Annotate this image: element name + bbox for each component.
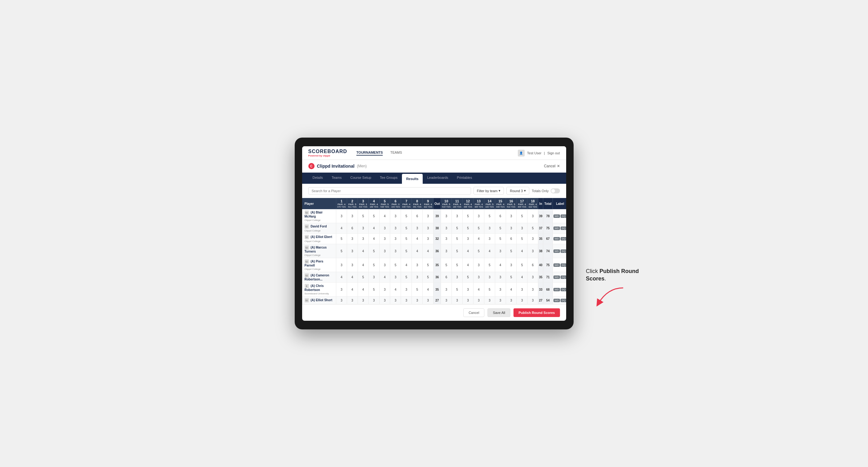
hole-7-input[interactable]: [403, 286, 410, 292]
hole-15-score[interactable]: [495, 258, 506, 272]
hole-1-score[interactable]: [336, 209, 347, 223]
hole-11-score[interactable]: [452, 223, 463, 234]
hole-17-score[interactable]: [517, 258, 527, 272]
hole-7-score[interactable]: [401, 223, 412, 234]
hole-2-input[interactable]: [349, 274, 356, 280]
hole-13-input[interactable]: [475, 236, 482, 242]
hole-16-score[interactable]: [506, 297, 517, 304]
wd-badge[interactable]: WD: [554, 288, 560, 291]
hole-10-input[interactable]: [443, 262, 450, 268]
hole-14-score[interactable]: [484, 258, 495, 272]
hole-16-score[interactable]: [506, 209, 517, 223]
hole-2-input[interactable]: [349, 262, 356, 268]
hole-13-input[interactable]: [475, 248, 482, 254]
hole-6-score[interactable]: [390, 209, 401, 223]
hole-6-input[interactable]: [392, 236, 399, 242]
hole-16-input[interactable]: [508, 297, 515, 303]
wd-badge[interactable]: WD: [554, 276, 560, 279]
hole-16-input[interactable]: [508, 213, 515, 219]
hole-9-input[interactable]: [425, 236, 431, 242]
hole-14-score[interactable]: [484, 209, 495, 223]
hole-17-score[interactable]: [517, 244, 527, 258]
hole-11-score[interactable]: [452, 297, 463, 304]
hole-10-input[interactable]: [443, 248, 450, 254]
hole-10-input[interactable]: [443, 274, 450, 280]
hole-10-input[interactable]: [443, 297, 450, 303]
hole-17-input[interactable]: [519, 225, 525, 231]
hole-11-input[interactable]: [454, 297, 461, 303]
hole-2-score[interactable]: [347, 223, 358, 234]
hole-14-score[interactable]: [484, 244, 495, 258]
hole-7-score[interactable]: [401, 258, 412, 272]
hole-11-score[interactable]: [452, 234, 463, 244]
hole-7-input[interactable]: [403, 248, 410, 254]
hole-7-input[interactable]: [403, 262, 410, 268]
hole-17-score[interactable]: [517, 283, 527, 297]
hole-5-score[interactable]: [379, 234, 390, 244]
hole-10-score[interactable]: [441, 234, 452, 244]
hole-2-input[interactable]: [349, 236, 356, 242]
hole-13-score[interactable]: [473, 223, 484, 234]
hole-1-input[interactable]: [338, 297, 345, 303]
hole-14-input[interactable]: [486, 262, 493, 268]
hole-5-input[interactable]: [381, 297, 388, 303]
wd-badge[interactable]: WD: [554, 263, 560, 267]
hole-9-score[interactable]: [423, 272, 434, 283]
hole-10-score[interactable]: [441, 283, 452, 297]
hole-3-input[interactable]: [360, 225, 367, 231]
hole-17-score[interactable]: [517, 234, 527, 244]
hole-6-input[interactable]: [392, 225, 399, 231]
hole-9-input[interactable]: [425, 213, 431, 219]
hole-1-score[interactable]: [336, 297, 347, 304]
wd-badge[interactable]: WD: [554, 214, 560, 218]
hole-9-score[interactable]: [423, 258, 434, 272]
hole-12-score[interactable]: [463, 223, 473, 234]
hole-1-score[interactable]: [336, 272, 347, 283]
hole-14-input[interactable]: [486, 213, 493, 219]
hole-12-input[interactable]: [465, 274, 471, 280]
hole-18-input[interactable]: [529, 236, 536, 242]
hole-16-input[interactable]: [508, 262, 515, 268]
hole-14-input[interactable]: [486, 286, 493, 292]
hole-15-input[interactable]: [497, 225, 504, 231]
hole-8-score[interactable]: [412, 223, 423, 234]
hole-18-score[interactable]: [527, 223, 538, 234]
hole-5-score[interactable]: [379, 244, 390, 258]
hole-17-input[interactable]: [519, 248, 525, 254]
hole-15-score[interactable]: [495, 234, 506, 244]
hole-4-input[interactable]: [371, 286, 377, 292]
hole-11-input[interactable]: [454, 213, 461, 219]
hole-10-score[interactable]: [441, 258, 452, 272]
hole-10-input[interactable]: [443, 286, 450, 292]
hole-1-input[interactable]: [338, 213, 345, 219]
hole-18-input[interactable]: [529, 213, 536, 219]
hole-8-score[interactable]: [412, 272, 423, 283]
hole-14-score[interactable]: [484, 283, 495, 297]
hole-6-score[interactable]: [390, 258, 401, 272]
hole-5-input[interactable]: [381, 236, 388, 242]
sign-out-link[interactable]: Sign out: [547, 151, 560, 155]
hole-13-input[interactable]: [475, 286, 482, 292]
hole-11-score[interactable]: [452, 272, 463, 283]
hole-4-score[interactable]: [368, 223, 379, 234]
hole-16-score[interactable]: [506, 272, 517, 283]
hole-15-input[interactable]: [497, 248, 504, 254]
hole-18-score[interactable]: [527, 209, 538, 223]
hole-8-input[interactable]: [414, 286, 421, 292]
hole-9-input[interactable]: [425, 225, 431, 231]
hole-8-score[interactable]: [412, 244, 423, 258]
hole-3-score[interactable]: [358, 244, 368, 258]
hole-6-score[interactable]: [390, 272, 401, 283]
nav-teams[interactable]: TEAMS: [390, 151, 402, 156]
hole-18-input[interactable]: [529, 262, 536, 268]
hole-12-input[interactable]: [465, 225, 471, 231]
hole-14-input[interactable]: [486, 248, 493, 254]
hole-11-input[interactable]: [454, 262, 461, 268]
hole-8-input[interactable]: [414, 274, 421, 280]
hole-4-input[interactable]: [371, 262, 377, 268]
toggle-switch[interactable]: [551, 188, 560, 193]
hole-12-score[interactable]: [463, 297, 473, 304]
tab-details[interactable]: Details: [308, 173, 328, 184]
search-input[interactable]: [308, 187, 471, 195]
hole-13-score[interactable]: [473, 234, 484, 244]
